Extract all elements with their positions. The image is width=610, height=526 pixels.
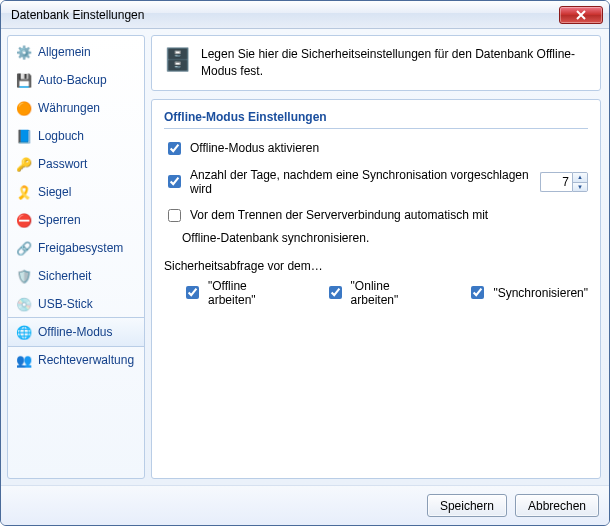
users-icon: 👥	[16, 352, 32, 368]
autosync-checkbox[interactable]	[168, 209, 181, 222]
sidebar-item-auto-backup[interactable]: 💾Auto-Backup	[8, 66, 144, 94]
sidebar-item-w-hrungen[interactable]: 🟠Währungen	[8, 94, 144, 122]
cancel-button[interactable]: Abbrechen	[515, 494, 599, 517]
prompt-row-1: "Online arbeiten"	[325, 279, 432, 307]
prompt-checks: "Offline arbeiten""Online arbeiten""Sync…	[182, 279, 588, 307]
sidebar-item-rechteverwaltung[interactable]: 👥Rechteverwaltung	[8, 346, 144, 374]
days-input[interactable]	[540, 172, 572, 192]
save-icon: 💾	[16, 72, 32, 88]
sidebar-item-passwort[interactable]: 🔑Passwort	[8, 150, 144, 178]
prompt-label-2: "Synchronisieren"	[493, 286, 588, 300]
enable-offline-checkbox[interactable]	[168, 142, 181, 155]
autosync-sub-label: Offline-Datenbank synchronisieren.	[182, 231, 369, 245]
prompt-label-1: "Online arbeiten"	[351, 279, 432, 307]
prompt-title-row: Sicherheitsabfrage vor dem…	[164, 259, 588, 273]
database-info-icon: 🗄️	[164, 46, 191, 74]
autosync-label: Vor dem Trennen der Serververbindung aut…	[190, 208, 488, 222]
spinner-down[interactable]: ▼	[573, 182, 587, 191]
sidebar-item-sicherheit[interactable]: 🛡️Sicherheit	[8, 262, 144, 290]
gear-icon: ⚙️	[16, 44, 32, 60]
save-button[interactable]: Speichern	[427, 494, 507, 517]
close-icon	[576, 10, 586, 20]
spinner-buttons: ▲ ▼	[572, 172, 588, 192]
days-label: Anzahl der Tage, nachdem eine Synchronis…	[190, 168, 534, 196]
sidebar-item-label: Offline-Modus	[38, 325, 112, 339]
sidebar-item-offline-modus[interactable]: 🌐Offline-Modus	[8, 317, 144, 347]
sidebar-item-label: Siegel	[38, 185, 71, 199]
sidebar-item-label: Sicherheit	[38, 269, 91, 283]
window-title: Datenbank Einstellungen	[11, 8, 144, 22]
autosync-sub-row: Offline-Datenbank synchronisieren.	[182, 231, 588, 245]
prompt-checkbox-2[interactable]	[471, 286, 484, 299]
sidebar-item-label: Allgemein	[38, 45, 91, 59]
dialog-footer: Speichern Abbrechen	[1, 485, 609, 525]
block-icon: ⛔	[16, 212, 32, 228]
prompt-label-0: "Offline arbeiten"	[208, 279, 289, 307]
usb-icon: 💿	[16, 296, 32, 312]
info-text: Legen Sie hier die Sicherheitseinstellun…	[201, 46, 588, 80]
seal-icon: 🎗️	[16, 184, 32, 200]
settings-panel: Offline-Modus Einstellungen Offline-Modu…	[151, 99, 601, 479]
autosync-row: Vor dem Trennen der Serververbindung aut…	[164, 206, 588, 225]
dialog-body: ⚙️Allgemein💾Auto-Backup🟠Währungen📘Logbuc…	[1, 29, 609, 485]
info-box: 🗄️ Legen Sie hier die Sicherheitseinstel…	[151, 35, 601, 91]
main-area: 🗄️ Legen Sie hier die Sicherheitseinstel…	[151, 35, 601, 479]
sidebar-item-label: Rechteverwaltung	[38, 353, 134, 367]
section-title: Offline-Modus Einstellungen	[164, 110, 588, 129]
sidebar-item-allgemein[interactable]: ⚙️Allgemein	[8, 38, 144, 66]
sidebar-item-label: Logbuch	[38, 129, 84, 143]
enable-offline-row: Offline-Modus aktivieren	[164, 139, 588, 158]
prompt-checkbox-0[interactable]	[186, 286, 199, 299]
share-icon: 🔗	[16, 240, 32, 256]
sidebar: ⚙️Allgemein💾Auto-Backup🟠Währungen📘Logbuc…	[7, 35, 145, 479]
prompt-row-0: "Offline arbeiten"	[182, 279, 289, 307]
enable-offline-label: Offline-Modus aktivieren	[190, 141, 319, 155]
prompt-checkbox-1[interactable]	[329, 286, 342, 299]
currency-icon: 🟠	[16, 100, 32, 116]
days-row: Anzahl der Tage, nachdem eine Synchronis…	[164, 168, 588, 196]
sidebar-item-label: Passwort	[38, 157, 87, 171]
sidebar-item-freigabesystem[interactable]: 🔗Freigabesystem	[8, 234, 144, 262]
days-checkbox[interactable]	[168, 175, 181, 188]
sidebar-item-label: Freigabesystem	[38, 241, 123, 255]
prompt-title: Sicherheitsabfrage vor dem…	[164, 259, 323, 273]
logbook-icon: 📘	[16, 128, 32, 144]
sidebar-item-label: Währungen	[38, 101, 100, 115]
sidebar-item-label: Auto-Backup	[38, 73, 107, 87]
sidebar-item-usb-stick[interactable]: 💿USB-Stick	[8, 290, 144, 318]
sidebar-item-siegel[interactable]: 🎗️Siegel	[8, 178, 144, 206]
sidebar-item-label: Sperren	[38, 213, 81, 227]
titlebar: Datenbank Einstellungen	[1, 1, 609, 29]
sidebar-item-sperren[interactable]: ⛔Sperren	[8, 206, 144, 234]
spinner-up[interactable]: ▲	[573, 173, 587, 182]
sidebar-item-logbuch[interactable]: 📘Logbuch	[8, 122, 144, 150]
shield-icon: 🛡️	[16, 268, 32, 284]
key-icon: 🔑	[16, 156, 32, 172]
sidebar-item-label: USB-Stick	[38, 297, 93, 311]
prompt-row-2: "Synchronisieren"	[467, 279, 588, 307]
close-button[interactable]	[559, 6, 603, 24]
days-spinner: ▲ ▼	[540, 172, 588, 192]
dialog-window: Datenbank Einstellungen ⚙️Allgemein💾Auto…	[0, 0, 610, 526]
offline-icon: 🌐	[16, 324, 32, 340]
